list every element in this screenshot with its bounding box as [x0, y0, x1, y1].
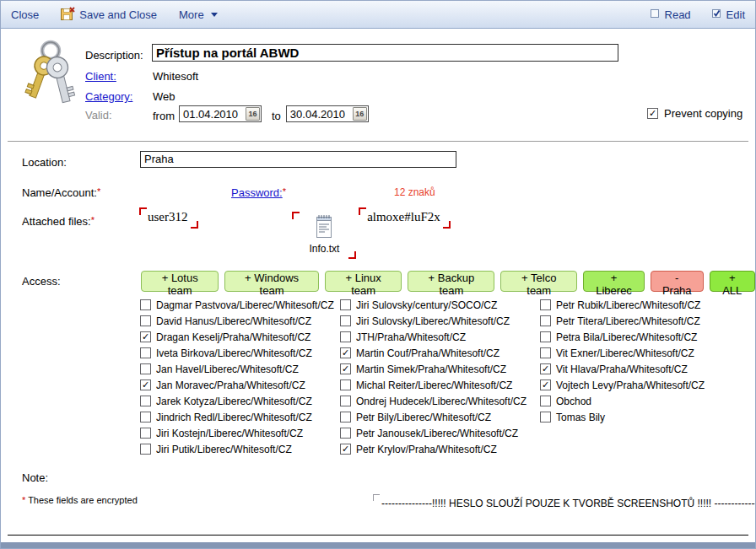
- member-row: Dagmar Pastvova/Liberec/Whitesoft/CZ: [140, 297, 339, 313]
- prevent-copying-field: ✓ Prevent copying: [647, 107, 742, 120]
- member-row: Jan Havel/Liberec/Whitesoft/CZ: [140, 361, 339, 377]
- password-field[interactable]: almoxe#luF2x: [359, 207, 451, 229]
- member-name: Vit Exner/Liberec/Whitesoft/CZ: [556, 347, 694, 359]
- location-label: Location:: [22, 156, 67, 169]
- access-button-telco-team[interactable]: + Telco team: [500, 271, 577, 292]
- member-row: Petr Titera/Liberec/Whitesoft/CZ: [540, 313, 739, 329]
- member-checkbox[interactable]: [540, 331, 551, 342]
- member-row: Jiri Putik/Liberec/Whitesoft/CZ: [140, 441, 339, 457]
- floppy-disk-icon: [61, 7, 75, 23]
- client-link[interactable]: Client:: [85, 70, 116, 83]
- member-checkbox[interactable]: ✓: [140, 331, 151, 342]
- member-name: Petr Rubik/Liberec/Whitesoft/CZ: [556, 299, 700, 311]
- valid-from-input[interactable]: 01.04.201016: [179, 105, 262, 122]
- member-checkbox[interactable]: [340, 428, 351, 439]
- member-row: ✓Martin Simek/Praha/Whitesoft/CZ: [340, 361, 539, 377]
- member-name: JTH/Praha/Whitesoft/CZ: [356, 331, 466, 343]
- access-button-liberec[interactable]: + Liberec: [583, 271, 645, 292]
- unchecked-box-icon: [650, 8, 661, 21]
- note-field[interactable]: ---------------!!!!! HESLO SLOUŽÍ POUZE …: [373, 494, 756, 514]
- member-checkbox[interactable]: [540, 347, 551, 358]
- attached-files-label: Attached files:*: [22, 215, 94, 228]
- save-and-close-button[interactable]: Save and Close: [61, 7, 157, 23]
- attachment[interactable]: Info.txt: [304, 213, 344, 255]
- member-checkbox[interactable]: [140, 299, 151, 310]
- date-picker-button[interactable]: 16: [246, 107, 260, 121]
- member-checkbox[interactable]: ✓: [340, 347, 351, 358]
- prevent-copying-checkbox[interactable]: ✓: [647, 108, 658, 119]
- member-checkbox[interactable]: ✓: [340, 444, 351, 455]
- member-row: Obchod: [540, 393, 739, 409]
- member-row: Petr Janousek/Liberec/Whitesoft/CZ: [340, 425, 539, 441]
- member-checkbox[interactable]: [540, 396, 551, 406]
- member-row: Petr Bily/Liberec/Whitesoft/CZ: [340, 409, 539, 425]
- member-checkbox[interactable]: ✓: [540, 379, 551, 390]
- access-button-all[interactable]: + ALL: [710, 271, 755, 292]
- member-name: Jiri Sulovsky/century/SOCO/CZ: [356, 299, 497, 311]
- valid-from-label: from: [153, 110, 175, 122]
- description-input[interactable]: Přístup na portál ABWD: [152, 44, 618, 62]
- access-button-backup-team[interactable]: + Backup team: [408, 271, 494, 292]
- member-checkbox[interactable]: [340, 396, 351, 406]
- member-checkbox[interactable]: [140, 428, 151, 439]
- access-button-lotus-team[interactable]: + Lotus team: [141, 271, 219, 292]
- member-row: Petr Rubik/Liberec/Whitesoft/CZ: [540, 297, 739, 313]
- date-picker-button[interactable]: 16: [353, 107, 367, 121]
- prevent-copying-label: Prevent copying: [664, 107, 742, 120]
- access-button-linux-team[interactable]: + Linux team: [325, 271, 402, 292]
- member-checkbox[interactable]: ✓: [340, 363, 351, 374]
- member-checkbox[interactable]: [340, 331, 351, 342]
- member-name: Vit Hlava/Praha/Whitesoft/CZ: [556, 363, 688, 375]
- member-row: ✓Vit Hlava/Praha/Whitesoft/CZ: [540, 361, 739, 377]
- checked-box-icon: [711, 8, 722, 21]
- password-document-window: Close Save and Close More Read: [0, 0, 756, 549]
- member-name: Tomas Bily: [556, 412, 605, 423]
- access-button-praha[interactable]: - Praha: [651, 271, 704, 292]
- member-checkbox[interactable]: [140, 396, 151, 406]
- member-name: Jindrich Redl/Liberec/Whitesoft/CZ: [156, 412, 312, 423]
- member-row: Petra Bila/Liberec/Whitesoft/CZ: [540, 329, 739, 345]
- member-checkbox[interactable]: [340, 315, 351, 326]
- member-checkbox[interactable]: [340, 379, 351, 390]
- member-row: ✓Petr Krylov/Praha/Whitesoft/CZ: [340, 441, 539, 457]
- access-button-windows-team[interactable]: + Windows team: [224, 271, 318, 292]
- member-row: Jindrich Redl/Liberec/Whitesoft/CZ: [140, 409, 339, 425]
- more-menu-button[interactable]: More: [179, 8, 218, 21]
- valid-to-input[interactable]: 30.04.201016: [286, 105, 369, 122]
- member-checkbox[interactable]: [140, 347, 151, 358]
- member-checkbox[interactable]: [140, 412, 151, 423]
- toolbar: Close Save and Close More Read: [1, 1, 755, 29]
- member-name: Obchod: [556, 396, 591, 407]
- member-checkbox[interactable]: [540, 412, 551, 423]
- member-checkbox[interactable]: [340, 299, 351, 310]
- member-checkbox[interactable]: [140, 315, 151, 326]
- name-account-field[interactable]: user312: [139, 207, 198, 229]
- encrypted-fields-note: * These fields are encrypted: [22, 495, 138, 505]
- member-name: Jiri Sulovsky/Liberec/Whitesoft/CZ: [356, 315, 510, 327]
- member-name: Petr Krylov/Praha/Whitesoft/CZ: [356, 444, 497, 455]
- member-checkbox[interactable]: [540, 315, 551, 326]
- member-checkbox[interactable]: [140, 444, 151, 455]
- member-checkbox[interactable]: [140, 363, 151, 374]
- member-name: Jan Moravec/Praha/Whitesoft/CZ: [156, 379, 305, 391]
- member-row: ✓Martin Couf/Praha/Whitesoft/CZ: [340, 345, 539, 361]
- password-link[interactable]: Password:: [231, 186, 283, 199]
- caret-down-icon: [211, 13, 218, 17]
- read-mode-button[interactable]: Read: [650, 8, 691, 21]
- category-link[interactable]: Category:: [85, 90, 132, 103]
- window-bottom-bar: [1, 542, 755, 548]
- member-checkbox[interactable]: ✓: [540, 363, 551, 374]
- text-file-icon: [314, 229, 334, 241]
- member-checkbox[interactable]: ✓: [140, 379, 151, 390]
- close-button[interactable]: Close: [11, 8, 39, 21]
- valid-range: from01.04.201016to30.04.201016: [153, 105, 369, 122]
- member-column-1: Jiri Sulovsky/century/SOCO/CZJiri Sulovs…: [340, 297, 539, 457]
- member-checkbox[interactable]: [340, 412, 351, 423]
- access-buttons-row: + Lotus team+ Windows team+ Linux team+ …: [141, 271, 755, 292]
- member-row: David Hanus/Liberec/Whitesoft/CZ: [140, 313, 339, 329]
- member-checkbox[interactable]: [540, 299, 551, 310]
- edit-mode-button[interactable]: Edit: [711, 8, 745, 21]
- location-input[interactable]: Praha: [140, 151, 456, 168]
- note-label: Note:: [22, 471, 48, 484]
- member-name: David Hanus/Liberec/Whitesoft/CZ: [156, 315, 311, 327]
